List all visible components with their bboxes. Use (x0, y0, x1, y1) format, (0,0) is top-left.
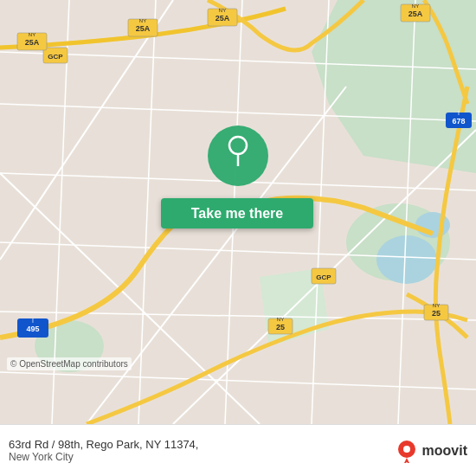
svg-text:GCP: GCP (316, 273, 331, 281)
svg-text:25A: 25A (136, 24, 151, 33)
moovit-brand-text: moovit (422, 443, 467, 459)
svg-text:25A: 25A (215, 14, 230, 23)
moovit-icon (395, 439, 419, 463)
svg-text:25: 25 (276, 323, 285, 331)
city-text: New York City (9, 451, 395, 463)
svg-text:NY: NY (412, 3, 419, 9)
svg-text:NY: NY (139, 18, 146, 23)
svg-text:25A: 25A (25, 38, 40, 47)
svg-text:678: 678 (452, 117, 465, 125)
svg-text:NY: NY (29, 32, 35, 37)
svg-point-57 (403, 446, 410, 453)
svg-text:GCP: GCP (48, 53, 63, 61)
moovit-logo: moovit (395, 439, 467, 463)
svg-text:25: 25 (432, 309, 441, 318)
svg-text:25A: 25A (408, 10, 423, 18)
svg-point-5 (376, 235, 437, 284)
svg-text:NY: NY (277, 317, 284, 322)
location-info: 63rd Rd / 98th, Rego Park, NY 11374, New… (9, 438, 395, 463)
svg-text:I: I (32, 318, 34, 324)
svg-text:NY: NY (219, 8, 226, 13)
take-me-there-button[interactable]: Take me there (161, 198, 313, 228)
address-text: 63rd Rd / 98th, Rego Park, NY 11374, (9, 438, 395, 451)
map-attribution: © OpenStreetMap contributors (7, 357, 132, 370)
bottom-bar: 63rd Rd / 98th, Rego Park, NY 11374, New… (0, 424, 476, 476)
map-container: 678 I 495 I 495 I 25 NY 25 NY GCP GCP 25 (0, 0, 476, 424)
svg-text:495: 495 (26, 325, 39, 333)
svg-text:I: I (458, 110, 460, 116)
svg-text:NY: NY (433, 303, 440, 308)
